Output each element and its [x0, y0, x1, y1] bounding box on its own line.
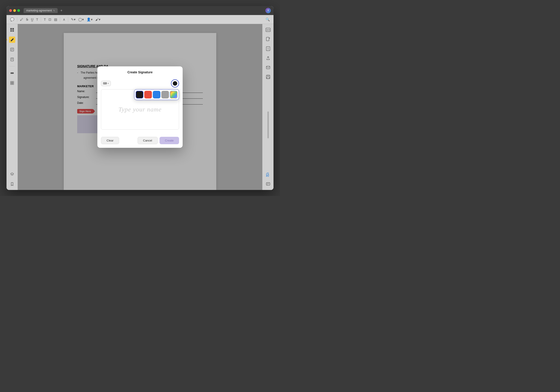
divider-3 — [60, 17, 60, 22]
chat-icon[interactable] — [265, 181, 271, 187]
svg-rect-24 — [267, 77, 270, 78]
traffic-lights — [9, 9, 20, 12]
minimize-button[interactable] — [13, 9, 16, 12]
input-type-selector[interactable]: ⌨ ▾ — [101, 81, 111, 86]
edit-icon: ✎ — [53, 10, 55, 12]
create-button[interactable]: Create — [160, 137, 179, 144]
color-gray[interactable] — [161, 91, 169, 98]
new-tab-button[interactable]: + — [60, 9, 62, 13]
svg-text:OCR: OCR — [267, 29, 270, 31]
search-icon[interactable]: 🔍 — [266, 18, 270, 21]
mail-icon[interactable] — [265, 64, 271, 71]
main-layout: SIGNATURE AND DA - The Parties hereby a … — [7, 24, 273, 190]
svg-rect-0 — [10, 28, 12, 30]
sidebar-item-annotate[interactable] — [9, 37, 15, 43]
extract-pages-icon[interactable] — [265, 36, 271, 42]
signature-placeholder: Type your name — [119, 106, 161, 113]
svg-rect-14 — [10, 83, 12, 85]
color-picker-container — [171, 79, 179, 88]
ocr-icon[interactable]: OCR — [265, 27, 271, 33]
svg-rect-3 — [12, 30, 14, 32]
typewriter-icon[interactable]: T — [44, 18, 46, 21]
divider-1 — [17, 17, 17, 22]
text-icon[interactable]: T — [36, 18, 38, 21]
sidebar-item-bookmark[interactable] — [9, 181, 15, 187]
app-window: marketing-agreement ✎ + T 💬 🖊 S̶ U̲ T T … — [7, 6, 273, 190]
close-button[interactable] — [9, 9, 12, 12]
svg-rect-2 — [10, 30, 12, 32]
sidebar-item-measure[interactable] — [9, 80, 15, 86]
svg-rect-13 — [12, 81, 14, 83]
left-sidebar — [7, 24, 18, 190]
pen-icon[interactable]: ✎▾ — [71, 18, 76, 21]
avatar[interactable]: T — [265, 8, 271, 13]
create-signature-modal: Create Signature ⌨ ▾ — [97, 66, 183, 148]
color-red[interactable] — [144, 91, 152, 98]
highlight-icon[interactable]: 🖊 — [20, 18, 23, 21]
sidebar-item-bookmarks[interactable] — [9, 56, 15, 63]
selected-color-dot — [173, 81, 177, 86]
svg-rect-11 — [10, 72, 14, 74]
modal-action-buttons: Cancel Create — [138, 137, 179, 144]
svg-rect-1 — [12, 28, 14, 30]
document-tab[interactable]: marketing-agreement ✎ — [24, 8, 58, 13]
maximize-button[interactable] — [17, 9, 20, 12]
clear-button[interactable]: Clear — [101, 137, 119, 144]
sidebar-divider-1 — [10, 66, 15, 66]
right-sidebar: OCR — [262, 24, 273, 190]
strikethrough-icon[interactable]: S̶ — [26, 18, 28, 21]
sidebar-item-redact[interactable] — [9, 70, 15, 76]
svg-rect-21 — [266, 66, 270, 69]
color-rainbow[interactable] — [170, 91, 178, 98]
color-picker-button[interactable] — [171, 79, 179, 88]
sidebar-item-thumbnails[interactable] — [9, 27, 15, 33]
svg-rect-25 — [266, 183, 270, 185]
sidebar-item-layers[interactable] — [9, 171, 15, 177]
cancel-button[interactable]: Cancel — [138, 137, 158, 144]
sidebar-item-forms[interactable] — [9, 46, 15, 53]
titlebar: marketing-agreement ✎ + T — [7, 6, 273, 15]
underline-icon[interactable]: U̲ — [31, 18, 33, 21]
draw-icon[interactable]: ∧ — [63, 18, 65, 21]
split-icon[interactable] — [265, 46, 271, 52]
signature-icon[interactable]: 👤▾ — [87, 18, 93, 21]
document-area: SIGNATURE AND DA - The Parties hereby a … — [18, 24, 262, 190]
scrollbar[interactable] — [267, 111, 269, 138]
stamp-icon[interactable]: 🖌▾ — [95, 18, 100, 21]
main-toolbar: 💬 🖊 S̶ U̲ T T ⊡ ▤ ∧ ✎▾ ◯▾ 👤▾ 🖌▾ 🔍 — [7, 15, 273, 24]
modal-body: ⌨ ▾ — [97, 77, 183, 137]
share-icon[interactable] — [265, 55, 271, 61]
modal-overlay: Create Signature ⌨ ▾ — [18, 24, 262, 190]
color-dropdown — [134, 89, 179, 100]
text-box-icon[interactable]: ⊡ — [49, 18, 51, 21]
svg-rect-18 — [266, 37, 269, 41]
active-indicator — [7, 39, 7, 41]
dropdown-arrow: ▾ — [108, 82, 109, 85]
puzzle-icon[interactable] — [265, 172, 271, 178]
modal-toolbar: ⌨ ▾ — [101, 79, 179, 88]
svg-rect-12 — [10, 81, 12, 83]
save-icon[interactable] — [265, 74, 271, 80]
color-black[interactable] — [136, 91, 143, 98]
shape-icon[interactable]: ◯▾ — [78, 18, 84, 21]
divider-4 — [68, 17, 68, 22]
comment-icon[interactable]: 💬 — [10, 18, 14, 21]
tab-title: marketing-agreement — [26, 9, 52, 12]
right-bottom-icons — [265, 172, 271, 187]
color-blue[interactable] — [153, 91, 160, 98]
svg-rect-15 — [12, 83, 14, 85]
modal-title: Create Signature — [97, 66, 183, 77]
text-callout-icon[interactable]: ▤ — [54, 18, 57, 21]
divider-2 — [41, 17, 41, 22]
keyboard-icon: ⌨ — [103, 82, 107, 85]
modal-footer: Clear Cancel Create — [97, 137, 183, 148]
